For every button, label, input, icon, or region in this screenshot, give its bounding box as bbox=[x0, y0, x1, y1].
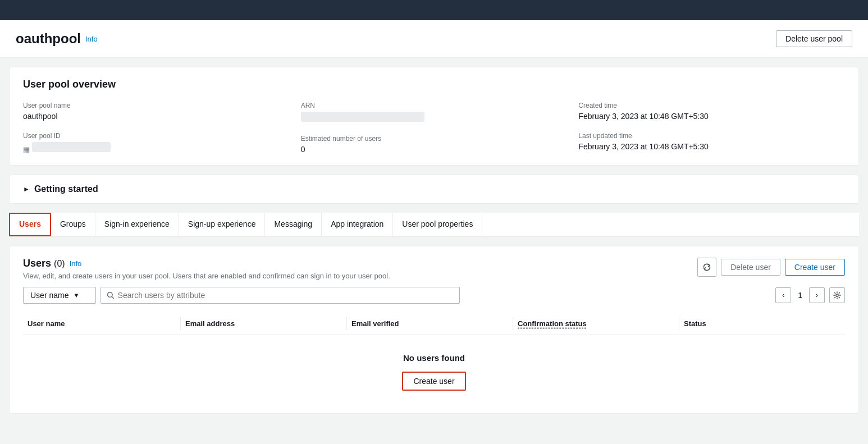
search-input[interactable] bbox=[118, 291, 454, 300]
top-navigation-bar bbox=[0, 0, 868, 20]
pagination-area: ‹ 1 › bbox=[775, 287, 845, 303]
pagination-next-button[interactable]: › bbox=[809, 287, 825, 303]
tab-messaging[interactable]: Messaging bbox=[265, 213, 322, 236]
create-user-center-button[interactable]: Create user bbox=[402, 372, 465, 391]
search-dropdown-value: User name bbox=[30, 291, 68, 300]
tab-messaging-label: Messaging bbox=[274, 219, 312, 228]
last-updated-label: Last updated time bbox=[578, 132, 845, 140]
refresh-icon bbox=[702, 263, 711, 272]
tab-signin-label: Sign-in experience bbox=[104, 219, 170, 228]
users-section-title: Users (0) bbox=[23, 258, 65, 269]
col-confirmation-status: Confirmation status bbox=[513, 317, 679, 330]
page-title: oauthpool bbox=[16, 31, 81, 47]
header-info-link[interactable]: Info bbox=[85, 35, 98, 43]
col-status: Status bbox=[679, 317, 845, 330]
arn-label: ARN bbox=[301, 102, 568, 109]
overview-section-title: User pool overview bbox=[23, 79, 845, 90]
getting-started-header[interactable]: ► Getting started bbox=[23, 184, 845, 194]
tab-user-pool-properties-label: User pool properties bbox=[402, 219, 473, 228]
table-header: User name Email address Email verified C… bbox=[23, 313, 845, 335]
no-users-area: No users found Create user bbox=[23, 335, 845, 402]
delete-user-pool-button[interactable]: Delete user pool bbox=[776, 30, 852, 47]
user-pool-id-blurred bbox=[32, 142, 111, 152]
left-search-group: User name ▼ bbox=[23, 287, 460, 304]
tabs: Users Groups Sign-in experience Sign-up … bbox=[9, 213, 859, 236]
created-time-value: February 3, 2023 at 10:48 GMT+5:30 bbox=[578, 112, 845, 121]
overview-col-2: ARN Estimated number of users 0 bbox=[301, 102, 568, 154]
getting-started-title: Getting started bbox=[34, 184, 98, 194]
tabs-container: Users Groups Sign-in experience Sign-up … bbox=[9, 213, 859, 237]
estimated-users-value: 0 bbox=[301, 145, 568, 154]
tab-app-integration[interactable]: App integration bbox=[322, 213, 393, 236]
search-dropdown[interactable]: User name ▼ bbox=[23, 287, 96, 304]
chevron-down-icon: ▼ bbox=[73, 292, 79, 299]
user-pool-name-value: oauthpool bbox=[23, 112, 290, 121]
search-icon bbox=[107, 291, 115, 299]
user-pool-name-label: User pool name bbox=[23, 102, 290, 109]
overview-col-1: User pool name oauthpool User pool ID ▦ bbox=[23, 102, 290, 154]
refresh-button[interactable] bbox=[697, 258, 716, 277]
svg-line-1 bbox=[112, 296, 113, 298]
users-info-link[interactable]: Info bbox=[70, 259, 82, 268]
col-username: User name bbox=[23, 317, 180, 330]
copy-icon[interactable]: ▦ bbox=[23, 145, 30, 154]
user-pool-overview-card: User pool overview User pool name oauthp… bbox=[9, 67, 859, 166]
tab-app-integration-label: App integration bbox=[331, 219, 383, 228]
users-description: View, edit, and create users in your use… bbox=[23, 272, 390, 280]
users-title-row: Users (0) Info bbox=[23, 258, 390, 269]
tab-users-label: Users bbox=[19, 219, 41, 228]
created-time-label: Created time bbox=[578, 102, 845, 109]
tab-groups[interactable]: Groups bbox=[51, 213, 95, 236]
users-section: Users (0) Info View, edit, and create us… bbox=[9, 246, 859, 414]
gear-icon bbox=[833, 291, 841, 299]
tab-signup-label: Sign-up experience bbox=[188, 219, 256, 228]
last-updated-value: February 3, 2023 at 10:48 GMT+5:30 bbox=[578, 142, 845, 151]
arn-value bbox=[301, 112, 568, 123]
getting-started-section: ► Getting started bbox=[9, 175, 859, 204]
table-settings-button[interactable] bbox=[829, 287, 845, 303]
users-header: Users (0) Info View, edit, and create us… bbox=[23, 258, 845, 280]
arn-blurred bbox=[301, 112, 424, 122]
tab-signup-experience[interactable]: Sign-up experience bbox=[179, 213, 266, 236]
estimated-users-label: Estimated number of users bbox=[301, 135, 568, 143]
col-email: Email address bbox=[180, 317, 346, 330]
no-users-text: No users found bbox=[23, 353, 845, 363]
overview-col-3: Created time February 3, 2023 at 10:48 G… bbox=[578, 102, 845, 154]
users-title-area: Users (0) Info View, edit, and create us… bbox=[23, 258, 390, 280]
pagination-page: 1 bbox=[796, 291, 805, 300]
search-row: User name ▼ ‹ 1 › bbox=[23, 287, 845, 304]
tab-users[interactable]: Users bbox=[9, 213, 51, 236]
svg-point-2 bbox=[836, 294, 838, 296]
tab-groups-label: Groups bbox=[60, 219, 86, 228]
pagination-prev-button[interactable]: ‹ bbox=[775, 287, 791, 303]
delete-user-button[interactable]: Delete user bbox=[721, 259, 780, 276]
chevron-right-icon: ► bbox=[23, 185, 30, 193]
user-pool-id-label: User pool ID bbox=[23, 132, 290, 140]
page-header: oauthpool Info Delete user pool bbox=[0, 20, 868, 58]
search-input-wrapper bbox=[100, 287, 460, 304]
users-actions: Delete user Create user bbox=[697, 258, 845, 277]
tab-user-pool-properties[interactable]: User pool properties bbox=[393, 213, 482, 236]
create-user-button-top[interactable]: Create user bbox=[785, 259, 845, 276]
col-email-verified: Email verified bbox=[346, 317, 513, 330]
users-count: (0) bbox=[54, 259, 65, 268]
overview-grid: User pool name oauthpool User pool ID ▦ … bbox=[23, 102, 845, 154]
user-pool-id-value: ▦ bbox=[23, 142, 290, 154]
tab-signin-experience[interactable]: Sign-in experience bbox=[95, 213, 179, 236]
page-title-area: oauthpool Info bbox=[16, 31, 98, 47]
